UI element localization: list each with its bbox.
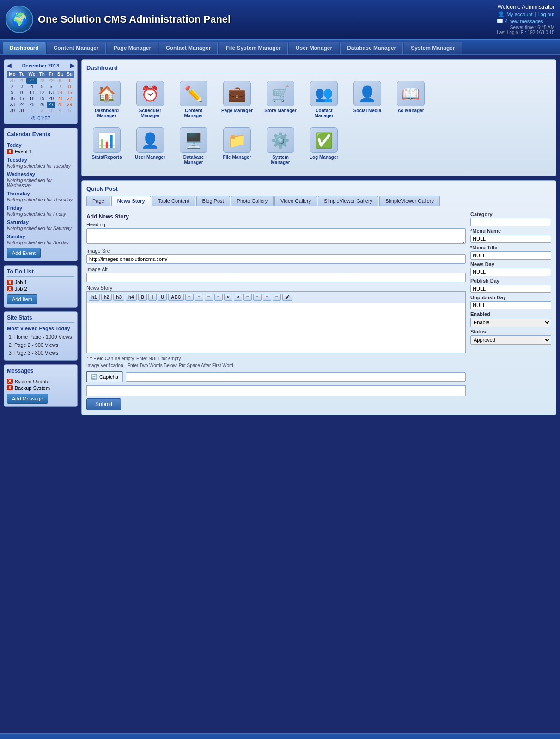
image-alt-input[interactable] <box>86 273 466 282</box>
quick-post-tab[interactable]: Blog Post <box>196 196 230 206</box>
cal-day[interactable]: 28 <box>55 102 65 108</box>
cal-day[interactable]: 24 <box>18 102 26 108</box>
rte-toolbar-button[interactable]: h2 <box>101 294 112 301</box>
cal-day[interactable]: 25 <box>26 102 37 108</box>
event-remove-button[interactable]: X <box>7 149 13 154</box>
todo-remove-button[interactable]: X <box>7 280 13 285</box>
cal-day[interactable]: 20 <box>47 96 55 102</box>
status-select[interactable]: Approved Pending Rejected <box>470 335 551 345</box>
cal-day[interactable]: 9 <box>7 90 18 96</box>
add-item-button[interactable]: Add Item <box>7 294 37 304</box>
cal-day[interactable]: 27 <box>47 102 55 108</box>
messages-link[interactable]: ✉️ 4 new messages <box>497 18 554 24</box>
dashboard-icon[interactable]: 🏠Dashboard Manager <box>86 78 127 121</box>
dashboard-icon[interactable]: 📊Stats/Reports <box>86 125 127 168</box>
image-src-input[interactable] <box>86 254 466 264</box>
submit-button[interactable]: Submit <box>86 398 121 410</box>
rte-toolbar-button[interactable]: ≡ <box>263 294 271 301</box>
nav-tab-content-manager[interactable]: Content Manager <box>47 42 106 54</box>
cal-day[interactable]: 8 <box>65 84 74 90</box>
verification-input-row[interactable] <box>86 385 466 396</box>
quick-post-tab[interactable]: Video Gallery <box>274 196 317 206</box>
rte-toolbar-button[interactable]: ≡ <box>185 294 194 301</box>
cal-day[interactable]: 5 <box>65 108 74 114</box>
message-remove-button[interactable]: X <box>7 385 13 390</box>
cal-day[interactable]: 28 <box>37 78 47 84</box>
cal-day[interactable]: 29 <box>65 102 74 108</box>
publish-day-input[interactable] <box>470 285 551 293</box>
cal-day[interactable]: 2 <box>7 84 18 90</box>
cal-day[interactable]: 26 <box>18 78 26 84</box>
cal-day[interactable]: 26 <box>37 102 47 108</box>
quick-post-tab[interactable]: Photo Gallery <box>231 196 274 206</box>
dashboard-icon[interactable]: 📖Ad Manager <box>390 78 431 121</box>
dashboard-icon[interactable]: ✅Log Manager <box>304 125 344 168</box>
nav-tab-dashboard[interactable]: Dashboard <box>3 42 46 54</box>
add-message-button[interactable]: Add Message <box>7 394 48 404</box>
cal-day[interactable]: 4 <box>26 84 37 90</box>
rte-toolbar-button[interactable]: × <box>234 294 242 301</box>
dashboard-icon[interactable]: 👥Contact Manager <box>304 78 344 121</box>
cal-day[interactable]: 22 <box>65 96 74 102</box>
cal-prev-button[interactable]: ◀ <box>7 62 11 69</box>
cal-day[interactable]: 3 <box>47 108 55 114</box>
rte-toolbar-button[interactable]: h4 <box>126 294 137 301</box>
rte-toolbar-button[interactable]: ABC <box>168 294 184 301</box>
dashboard-icon[interactable]: 🖥️Database Manager <box>173 125 214 168</box>
add-event-button[interactable]: Add Event <box>7 248 41 258</box>
cal-day[interactable]: 14 <box>55 90 65 96</box>
cal-day[interactable]: 13 <box>47 90 55 96</box>
dashboard-icon[interactable]: 📁File Manager <box>217 125 257 168</box>
nav-tab-user-manager[interactable]: User Manager <box>289 42 339 54</box>
cal-day[interactable]: 12 <box>37 90 47 96</box>
menu-name-input[interactable] <box>470 235 551 243</box>
quick-post-tab[interactable]: News Story <box>111 196 151 206</box>
cal-day[interactable]: 15 <box>65 90 74 96</box>
cal-day[interactable]: 3 <box>18 84 26 90</box>
news-day-input[interactable] <box>470 268 551 276</box>
quick-post-tab[interactable]: Table Content <box>152 196 195 206</box>
rte-toolbar-button[interactable]: h1 <box>89 294 100 301</box>
my-account-link[interactable]: My account <box>506 12 532 17</box>
cal-day[interactable]: 2 <box>37 108 47 114</box>
quick-post-tab[interactable]: Page <box>86 196 110 206</box>
heading-input[interactable] <box>86 228 466 244</box>
dashboard-icon[interactable]: 👤Social Media <box>347 78 388 121</box>
dashboard-icon[interactable]: 👤User Manager <box>130 125 170 168</box>
nav-tab-system-manager[interactable]: System Manager <box>404 42 462 54</box>
rte-toolbar-button[interactable]: U <box>158 294 167 301</box>
rte-toolbar-button[interactable]: ≡ <box>195 294 203 301</box>
rte-toolbar-button[interactable]: ≡ <box>253 294 262 301</box>
captcha-input[interactable] <box>126 372 466 382</box>
cal-day[interactable]: 30 <box>7 108 18 114</box>
menu-title-input[interactable] <box>470 251 551 260</box>
rte-toolbar-button[interactable]: ≡ <box>205 294 213 301</box>
cal-day[interactable]: 21 <box>55 96 65 102</box>
rte-toolbar-button[interactable]: ≡ <box>273 294 281 301</box>
rte-toolbar-button[interactable]: h3 <box>113 294 124 301</box>
cal-day[interactable]: 31 <box>18 108 26 114</box>
cal-day[interactable]: 30 <box>55 78 65 84</box>
cal-day[interactable]: 1 <box>65 78 74 84</box>
rte-toolbar-button[interactable]: B <box>138 294 147 301</box>
cal-day[interactable]: 27 <box>26 78 37 84</box>
cal-day[interactable]: 5 <box>37 84 47 90</box>
cal-day[interactable]: 17 <box>18 96 26 102</box>
rte-toolbar-button[interactable]: 🖌 <box>282 294 292 301</box>
cal-day[interactable]: 10 <box>18 90 26 96</box>
nav-tab-page-manager[interactable]: Page Manager <box>107 42 158 54</box>
message-remove-button[interactable]: X <box>7 379 13 384</box>
cal-day[interactable]: 1 <box>26 108 37 114</box>
dashboard-icon[interactable]: 💼Page Manager <box>217 78 257 121</box>
dashboard-icon[interactable]: ⚙️System Manager <box>260 125 301 168</box>
nav-tab-contact-manager[interactable]: Contact Manager <box>159 42 218 54</box>
unpublish-day-input[interactable] <box>470 301 551 309</box>
quick-post-tab[interactable]: SimpleViewer Gallery <box>318 196 378 206</box>
nav-tab-database-manager[interactable]: Database Manager <box>340 42 403 54</box>
cal-day[interactable]: 18 <box>26 96 37 102</box>
logout-link[interactable]: Log out <box>537 12 554 17</box>
cal-day[interactable]: 11 <box>26 90 37 96</box>
cal-day[interactable]: 29 <box>47 78 55 84</box>
rte-editor[interactable] <box>86 303 466 353</box>
cal-next-button[interactable]: ▶ <box>70 62 74 69</box>
